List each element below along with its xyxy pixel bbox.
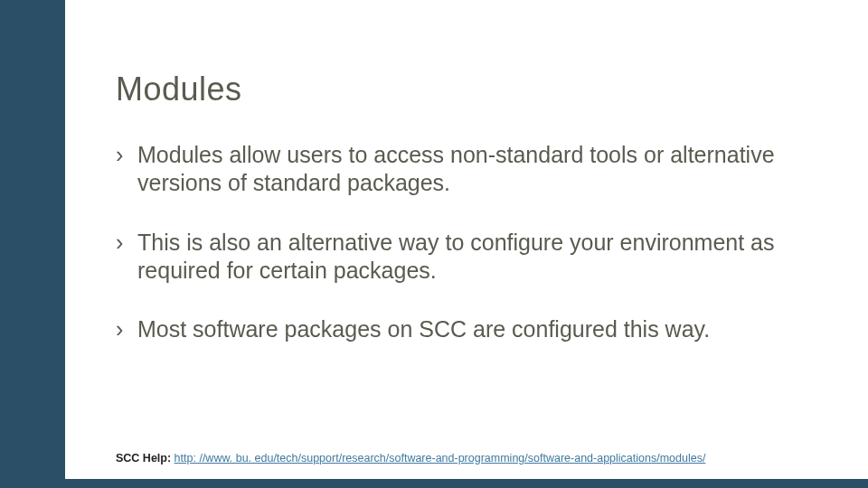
bullet-item: Most software packages on SCC are config… xyxy=(116,315,814,343)
left-accent-bar xyxy=(0,0,65,488)
slide-title: Modules xyxy=(116,70,814,108)
bottom-accent-bar xyxy=(0,479,868,488)
slide-content: Modules Modules allow users to access no… xyxy=(116,70,814,374)
footer: SCC Help: http: //www. bu. edu/tech/supp… xyxy=(116,452,705,465)
bullet-list: Modules allow users to access non-standa… xyxy=(116,141,814,343)
bullet-item: This is also an alternative way to confi… xyxy=(116,229,814,286)
bullet-item: Modules allow users to access non-standa… xyxy=(116,141,814,198)
footer-link[interactable]: http: //www. bu. edu/tech/support/resear… xyxy=(175,452,706,465)
footer-label: SCC Help: xyxy=(116,452,171,465)
slide: Modules Modules allow users to access no… xyxy=(0,0,868,488)
